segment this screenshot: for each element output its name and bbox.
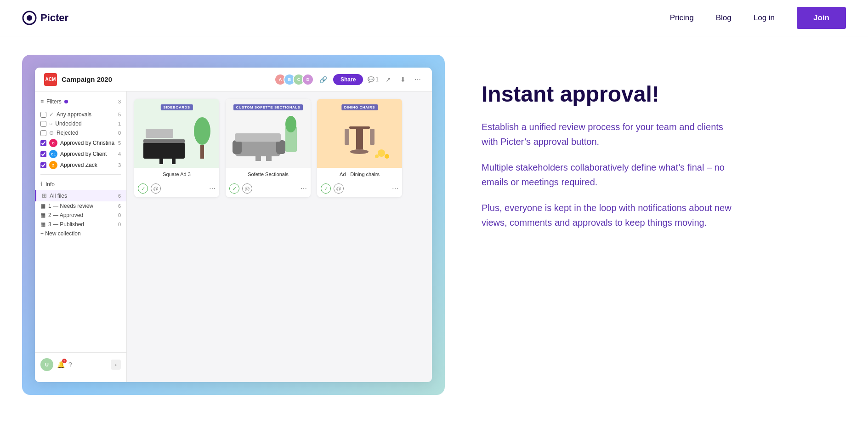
card-footer-1: ✓ @ ⋯ [134,183,219,197]
sidebar-new-collection[interactable]: + New collection [35,229,126,238]
filter-checkbox-any[interactable] [40,112,46,118]
navbar: Picter Pricing Blog Log in Join [0,0,868,36]
filters-label: Filters [46,98,62,105]
svg-rect-21 [356,129,363,149]
comment-btn-1[interactable]: @ [151,183,161,194]
card-img-sofette: CUSTOM SOFETTE SECTIONALS [226,99,311,168]
logo-link[interactable]: Picter [22,11,68,25]
sidebar-nav-all-files[interactable]: ⊞ All files 6 [35,190,126,201]
filter-checkbox-client[interactable] [40,151,46,157]
app-screenshot-wrapper: ACM Campaign 2020 A B C D 🔗 Share 💬 [22,55,445,395]
approval-icon: ✓ [49,111,54,118]
filter-checkbox-rejected[interactable] [40,130,46,136]
filter-approved-christina[interactable]: C Approved by Christina 5 [35,137,126,149]
main-content: ACM Campaign 2020 A B C D 🔗 Share 💬 [0,36,868,413]
filter-icon: ≡ [40,98,44,105]
card-title-3: Ad - Dining chairs [321,171,398,177]
filter-approved-zack[interactable]: Z Approved Zack 3 [35,160,126,171]
filter-count-rejected: 0 [118,130,121,136]
more-btn-2[interactable]: ⋯ [301,185,307,192]
approve-btn-3[interactable]: ✓ [321,183,331,194]
card-dining: DINING CHAIRS Ad - Dining chairs ✓ @ ⋯ [317,99,402,197]
collection-icon-2: ▦ [40,212,45,218]
filter-label-zack: Approved Zack [60,162,115,168]
share-button[interactable]: Share [333,74,363,85]
filter-undecided[interactable]: ○ Undecided 1 [35,119,126,128]
more-icon: ⋯ [413,74,423,85]
nav-links: Pricing Blog Log in Join [670,7,846,29]
blog-link[interactable]: Blog [716,13,732,23]
pricing-link[interactable]: Pricing [670,13,694,23]
sidebar-approved[interactable]: ▦ 2 — Approved 0 [35,211,126,220]
comment-count: 1 [375,76,379,83]
filter-rejected[interactable]: ⊖ Rejected 0 [35,128,126,137]
card-body-2: Sofette Sectionals [226,168,311,183]
avatar-zack: Z [49,161,57,169]
published-label: 3 — Published [48,221,84,228]
svg-point-22 [350,149,369,154]
filter-label-undecided: Undecided [55,120,115,127]
grid-icon: ⊞ [42,192,47,199]
svg-rect-3 [143,143,185,159]
more-btn-3[interactable]: ⋯ [392,185,398,192]
filter-checkbox-undecided[interactable] [40,121,46,127]
filters-section: ≡ Filters 3 [35,97,126,106]
more-btn-1[interactable]: ⋯ [209,185,216,192]
avatar-4: D [302,74,314,86]
svg-rect-13 [276,140,285,154]
card-actions-3: ✓ @ [321,183,344,194]
collapse-button[interactable]: ‹ [111,360,121,370]
approved-label: 2 — Approved [48,212,83,218]
campaign-title: Campaign 2020 [62,75,112,83]
join-button[interactable]: Join [797,7,846,29]
filter-approved-client[interactable]: CL Approved by Client 4 [35,149,126,160]
all-files-count: 6 [118,193,121,199]
avatar-group: A B C D [274,74,314,86]
comment-badge: 💬 1 [368,76,379,83]
card-img-sideboards: SIDEBOARDS [134,99,219,168]
card-label-dining: DINING CHAIRS [341,104,378,110]
sidebar-published[interactable]: ▦ 3 — Published 0 [35,220,126,229]
filter-count-undecided: 1 [118,121,121,126]
svg-point-1 [27,15,32,21]
approve-btn-1[interactable]: ✓ [138,183,148,194]
approve-btn-2[interactable]: ✓ [229,183,239,194]
filter-count-any: 5 [118,112,121,117]
card-label-sofette: CUSTOM SOFETTE SECTIONALS [233,104,303,110]
filter-label-any: Any approvals [57,111,115,118]
filter-label-rejected: Rejected [57,130,115,136]
filter-checkbox-zack[interactable] [40,162,46,168]
card-title-2: Sofette Sectionals [229,171,307,177]
app-topbar: ACM Campaign 2020 A B C D 🔗 Share 💬 [35,68,432,91]
card-label-sideboards: SIDEBOARDS [160,104,193,110]
avatar-christina: C [49,139,57,147]
topbar-left: ACM Campaign 2020 [44,73,112,86]
comment-btn-3[interactable]: @ [334,183,344,194]
bottom-avatar: U [40,358,53,371]
needs-review-count: 6 [118,203,121,209]
help-icon[interactable]: ? [68,361,72,368]
undecided-icon: ○ [49,120,52,127]
sidebar-all-files-label: All files [50,193,67,199]
hero-title: Instant approval! [482,82,739,107]
export-icon: ↗ [383,74,393,85]
comment-btn-2[interactable]: @ [242,183,252,194]
svg-point-25 [378,149,385,157]
sidebar-needs-review[interactable]: ▦ 1 — Needs review 6 [35,201,126,211]
filter-checkbox-christina[interactable] [40,140,46,146]
hero-panel: Instant approval! Establish a unified re… [472,55,739,241]
svg-rect-4 [143,139,185,143]
filters-header: ≡ Filters 3 [40,97,121,106]
info-icon: ℹ [40,181,43,188]
filter-any-approvals[interactable]: ✓ Any approvals 5 [35,110,126,119]
sidebar-nav-info[interactable]: ℹ Info [35,178,126,190]
login-link[interactable]: Log in [754,13,775,23]
card-title-1: Square Ad 3 [138,171,216,177]
svg-point-27 [375,154,379,158]
avatar-client: CL [49,150,57,158]
svg-rect-8 [200,145,204,159]
svg-rect-20 [349,126,370,129]
hero-para-3: Plus, everyone is kept in the loop with … [482,200,739,230]
filter-count-christina: 5 [118,140,121,146]
card-body-1: Square Ad 3 [134,168,219,183]
